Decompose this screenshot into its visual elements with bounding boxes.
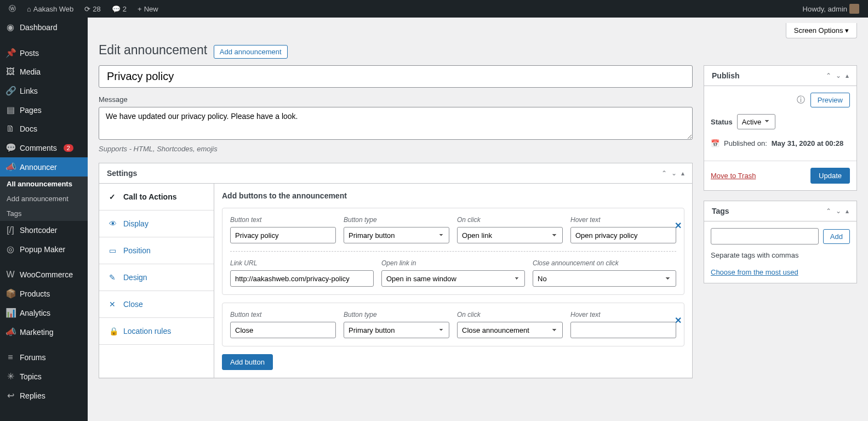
settings-box: Settings ⌃ ⌄ ▴ ✓Call to Actions 👁Display… [99,163,693,378]
button-card-1: ✕ Button text Button typePrimary button … [222,208,684,295]
update-button[interactable]: Update [810,168,850,184]
button1-closeonclick-select[interactable]: No [533,270,676,287]
sidebar-item-products[interactable]: 📦Products [0,284,88,303]
button1-onclick-select[interactable]: Open link [457,227,563,243]
button-card-2: ✕ Button text Button typePrimary button … [222,303,684,346]
chevron-down-icon[interactable]: ⌄ [836,72,841,79]
sidebar-item-links[interactable]: 🔗Links [0,81,88,100]
updates-link[interactable]: ⟳28 [80,0,105,18]
sidebar-item-media[interactable]: 🖼Media [0,62,88,81]
sidebar-item-woocommerce[interactable]: WWooCommerce [0,265,88,284]
button1-hover-input[interactable] [570,227,676,243]
sidebar-item-analytics[interactable]: 📊Analytics [0,303,88,322]
message-textarea[interactable]: We have updated our privacy policy. Plea… [99,107,693,140]
tab-design[interactable]: ✎Design [99,264,214,291]
title-input[interactable] [99,65,693,88]
user-greeting[interactable]: Howdy, admin [798,0,864,18]
forum-icon: ≡ [5,352,15,362]
tag-input[interactable] [711,228,819,244]
sidebar-item-topics[interactable]: ✳Topics [0,367,88,386]
tab-cta[interactable]: ✓Call to Actions [99,184,214,210]
label-open-in: Open link in [381,259,525,267]
comment-icon: 💬 [112,5,121,13]
button2-type-select[interactable]: Primary button [344,322,449,338]
chevron-up-icon[interactable]: ⌃ [826,72,831,79]
topics-icon: ✳ [5,371,15,382]
submenu-tags[interactable]: Tags [0,206,88,221]
toggle-icon[interactable]: ▴ [846,72,849,79]
tags-hint: Separate tags with commas [711,251,850,259]
preview-button[interactable]: Preview [810,93,850,107]
remove-button-2[interactable]: ✕ [675,315,682,326]
chevron-down-icon[interactable]: ⌄ [836,207,841,215]
tab-display[interactable]: 👁Display [99,210,214,237]
sidebar-item-pages[interactable]: ▤Pages [0,100,88,120]
settings-tabs: ✓Call to Actions 👁Display ▭Position ✎Des… [99,184,214,378]
new-content-link[interactable]: +New [133,0,163,18]
button1-url-input[interactable] [230,270,374,287]
add-announcement-button[interactable]: Add announcement [214,45,288,59]
link-icon: 🔗 [5,86,15,96]
comments-badge: 2 [64,144,73,152]
popup-icon: ◎ [5,244,15,254]
admin-toolbar: ⓦ ⌂Aakash Web ⟳28 💬2 +New Howdy, admin [0,0,868,18]
sidebar-item-popup-maker[interactable]: ◎Popup Maker [0,240,88,259]
label-link-url: Link URL [230,259,374,267]
shortcode-icon: [/] [5,225,15,235]
wp-logo[interactable]: ⓦ [4,0,20,18]
button1-openin-select[interactable]: Open in same window [381,270,525,287]
button2-text-input[interactable] [230,322,336,338]
sidebar-item-forums[interactable]: ≡Forums [0,348,88,367]
chevron-down-icon[interactable]: ⌄ [671,169,677,177]
button1-text-input[interactable] [230,227,336,243]
sidebar-item-posts[interactable]: 📌Posts [0,43,88,62]
label-button-type: Button type [344,216,449,224]
location-icon: 🔒 [109,327,118,335]
sidebar-item-replies[interactable]: ↩Replies [0,386,88,405]
toggle-icon[interactable]: ▴ [681,169,684,177]
button1-type-select[interactable]: Primary button [344,227,449,243]
button2-onclick-select[interactable]: Close announcement [457,322,563,338]
submenu-add[interactable]: Add announcement [0,191,88,206]
publish-box-title: Publish [712,71,740,80]
tab-position[interactable]: ▭Position [99,237,214,264]
sidebar-item-marketing[interactable]: 📣Marketing [0,322,88,342]
status-select[interactable]: Active [737,114,775,129]
label-hover-text: Hover text [570,216,676,224]
comment-icon: 💬 [5,143,15,153]
tab-close[interactable]: ✕Close [99,291,214,318]
comments-link[interactable]: 💬2 [107,0,131,18]
chevron-up-icon[interactable]: ⌃ [826,207,831,215]
chevron-up-icon[interactable]: ⌃ [661,169,667,177]
page-title: Edit announcement [99,43,207,58]
add-tag-button[interactable]: Add [823,229,850,244]
sidebar-item-shortcoder[interactable]: [/]Shortcoder [0,221,88,240]
submenu-all[interactable]: All announcements [0,177,88,191]
pencil-icon: ✎ [109,273,118,282]
label-close-on-click: Close announcement on click [533,259,676,267]
info-icon[interactable]: ⓘ [797,95,805,105]
button2-hover-input[interactable] [570,322,676,338]
woo-icon: W [5,270,15,280]
move-to-trash[interactable]: Move to Trash [711,172,756,180]
site-name-link[interactable]: ⌂Aakash Web [22,0,78,18]
label-button-text-2: Button text [230,311,336,318]
sidebar-item-comments[interactable]: 💬Comments2 [0,138,88,157]
screen-options-button[interactable]: Screen Options ▾ [786,23,857,38]
published-on-label: Published on: [724,139,767,147]
remove-button-1[interactable]: ✕ [675,220,682,231]
choose-tags-link[interactable]: Choose from the most used [711,268,798,276]
layout-icon: ▭ [109,246,118,255]
page-icon: ▤ [5,105,15,115]
publish-box: Publish ⌃ ⌄ ▴ ⓘ Preview Status [704,65,857,191]
sidebar-item-announcer[interactable]: 📣Announcer [0,157,88,177]
add-button[interactable]: Add button [222,354,273,370]
sidebar-item-dashboard[interactable]: ◉Dashboard [0,18,88,37]
toggle-icon[interactable]: ▴ [846,207,849,215]
label-button-type-2: Button type [344,311,449,318]
analytics-icon: 📊 [5,308,15,318]
tab-location[interactable]: 🔒Location rules [99,318,214,345]
sidebar-item-docs[interactable]: 🗎Docs [0,120,88,138]
check-icon: ✓ [109,192,118,201]
label-on-click-2: On click [457,311,563,318]
